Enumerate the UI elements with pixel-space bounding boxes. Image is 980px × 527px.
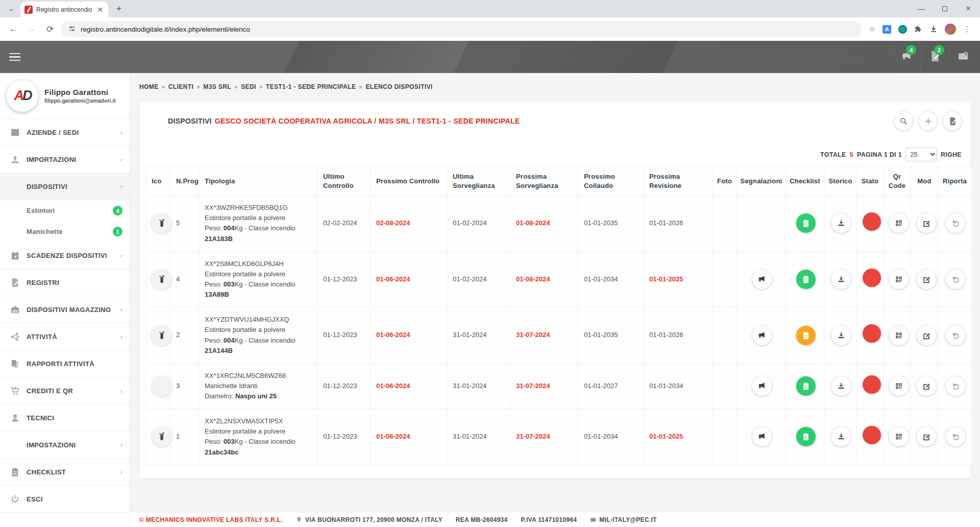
undo-icon[interactable]: [946, 427, 965, 446]
register-button[interactable]: 2: [921, 41, 949, 73]
foto-cell: [713, 251, 737, 307]
sidebar-item-attivit-[interactable]: ATTIVITÀ›: [0, 323, 130, 350]
breadcrumb-separator: »: [162, 83, 165, 90]
extensions-puzzle-icon[interactable]: [914, 25, 922, 33]
window-maximize-button[interactable]: [933, 0, 957, 17]
undo-icon[interactable]: [946, 213, 965, 233]
undo-icon[interactable]: [946, 376, 965, 396]
browser-address-bar: ← → ⟳ registro.antincendiodigitale.it/in…: [0, 17, 980, 41]
ultima-sorveglianza-cell: 31-01-2024: [447, 363, 510, 409]
site-info-icon[interactable]: [68, 26, 76, 33]
checklist-icon[interactable]: [796, 213, 816, 233]
window-minimize-button[interactable]: —: [910, 0, 933, 17]
megaphone-button[interactable]: 4: [893, 41, 921, 73]
browser-menu-icon[interactable]: ⋮: [963, 25, 971, 34]
breadcrumb-separator: »: [259, 83, 263, 90]
url-field[interactable]: registro.antincendiodigitale.it/index.ph…: [61, 21, 862, 37]
sidebar-item-dispositivi-magazzino[interactable]: DISPOSITIVI MAGAZZINO›: [0, 296, 130, 323]
back-icon[interactable]: ←: [6, 24, 20, 34]
breadcrumb-item[interactable]: HOME: [139, 83, 159, 90]
forward-icon[interactable]: →: [24, 24, 39, 34]
sidebar-item-esci[interactable]: ESCI: [0, 486, 130, 513]
status-dot: [863, 269, 881, 287]
sidebar-item-registri[interactable]: REGISTRI: [0, 269, 130, 296]
download-icon[interactable]: [831, 270, 851, 289]
edit-icon[interactable]: [917, 427, 936, 446]
rows-per-page-select[interactable]: 25: [905, 148, 937, 161]
edit-icon[interactable]: [917, 376, 936, 396]
prossima-sorveglianza-cell: 01-08-2024: [510, 251, 578, 307]
breadcrumb-item[interactable]: M3S SRL: [203, 83, 231, 90]
prossima-revisione-cell: 01-01-2025: [644, 251, 713, 307]
bookmark-star-icon[interactable]: ☆: [869, 25, 875, 34]
ultima-sorveglianza-cell: 31-01-2024: [447, 409, 510, 465]
sidebar-item-scadenze-dispositivi[interactable]: SCADENZE DISPOSITIVI›: [0, 242, 130, 269]
column-header-stato: Stato: [857, 167, 884, 196]
edit-icon[interactable]: [917, 326, 936, 345]
edit-icon[interactable]: [917, 213, 936, 233]
column-header-riporta: Riporta: [938, 167, 972, 196]
foto-cell: [713, 196, 737, 252]
sidebar-item-manichette[interactable]: Manichette1: [0, 221, 130, 242]
sidebar-item-tecnici[interactable]: TECNICI: [0, 404, 130, 432]
reload-icon[interactable]: ⟳: [43, 24, 57, 35]
breadcrumb-item[interactable]: TEST1-1 - SEDE PRINCIPALE: [266, 83, 356, 90]
qr-code-icon[interactable]: [889, 427, 909, 446]
qr-code-icon[interactable]: [889, 270, 909, 289]
undo-icon[interactable]: [946, 326, 965, 345]
status-dot: [863, 426, 881, 444]
new-tab-button[interactable]: +: [112, 2, 126, 15]
hamburger-menu-icon[interactable]: [3, 47, 27, 67]
browser-tab[interactable]: Registro antincendio digitale - E ✕: [20, 2, 108, 17]
checklist-icon[interactable]: [796, 376, 816, 396]
download-icon[interactable]: [831, 326, 851, 345]
breadcrumb-item[interactable]: SEDI: [241, 83, 256, 90]
checklist-icon[interactable]: [796, 326, 816, 345]
extension-badge-icon[interactable]: [898, 25, 907, 34]
megaphone-icon[interactable]: [752, 376, 772, 396]
search-button[interactable]: [894, 112, 913, 130]
window-close-button[interactable]: ×: [957, 0, 980, 17]
breadcrumb-item[interactable]: CLIENTI: [168, 83, 193, 90]
sidebar-item-importazioni[interactable]: IMPORTAZIONI›: [0, 146, 130, 173]
qr-code-icon[interactable]: [889, 376, 909, 396]
sidebar-item-label: Estintori: [27, 207, 113, 214]
sidebar-item-aziende-sedi[interactable]: AZIENDE / SEDI›: [0, 119, 130, 146]
column-header-ultimo-controllo: Ultimo Controllo: [317, 167, 371, 196]
sidebar-item-label: SCADENZE DISPOSITIVI: [27, 252, 120, 259]
sidebar-item-rapporti-attivit-[interactable]: RAPPORTI ATTIVITÀ: [0, 350, 130, 377]
sidebar-item-crediti-e-qr[interactable]: CREDITI E QR›: [0, 377, 130, 404]
megaphone-icon[interactable]: [752, 427, 772, 446]
download-icon[interactable]: [831, 376, 851, 396]
sidebar-menu: AZIENDE / SEDI›IMPORTAZIONI›path d="M10 …: [0, 119, 130, 527]
profile-avatar[interactable]: [945, 23, 956, 35]
checklist-icon[interactable]: [796, 427, 816, 446]
app-footer: © MECHANICS INNOVATIVE LABS ITALY S.R.L.…: [130, 512, 980, 527]
download-icon[interactable]: [831, 213, 851, 233]
edit-icon[interactable]: [917, 270, 936, 289]
undo-icon[interactable]: [946, 270, 965, 289]
downloads-icon[interactable]: [929, 25, 938, 33]
sidebar-item-estintori[interactable]: Estintori4: [0, 200, 130, 221]
breadcrumb-item[interactable]: ELENCO DISPOSITIVI: [365, 83, 432, 90]
download-icon[interactable]: [831, 427, 851, 446]
qr-code-icon[interactable]: [889, 326, 909, 345]
page-label: PAGINA 1 DI 1: [857, 151, 902, 158]
tab-search-button[interactable]: ⌄: [4, 2, 18, 16]
megaphone-icon[interactable]: [752, 270, 772, 289]
translate-icon[interactable]: A: [883, 25, 891, 34]
column-header-qr-code: Qr Code: [884, 167, 911, 196]
app-header: 42$: [0, 41, 980, 73]
add-device-button[interactable]: [919, 112, 937, 130]
megaphone-icon[interactable]: [752, 326, 772, 345]
upload-icon: [10, 155, 27, 164]
mail-credits-button[interactable]: $: [949, 41, 977, 73]
tab-close-icon[interactable]: ✕: [96, 6, 104, 14]
register-button[interactable]: [943, 112, 962, 130]
checklist-icon[interactable]: [796, 270, 816, 289]
column-header-prossima-revisione: Prossima Revisione: [644, 167, 713, 196]
sidebar-item-checklist[interactable]: CHECKLIST›: [0, 459, 130, 486]
qr-code-icon[interactable]: [889, 213, 909, 233]
sidebar-item-dispositivi[interactable]: path d="M10 1.5l1 2.4 2.6-.5 .4 2.6 2.6 …: [0, 173, 130, 200]
sidebar-item-impostazioni[interactable]: path d="M10 1.5l1 2.4 2.6-.5 .4 2.6 2.6 …: [0, 432, 130, 459]
